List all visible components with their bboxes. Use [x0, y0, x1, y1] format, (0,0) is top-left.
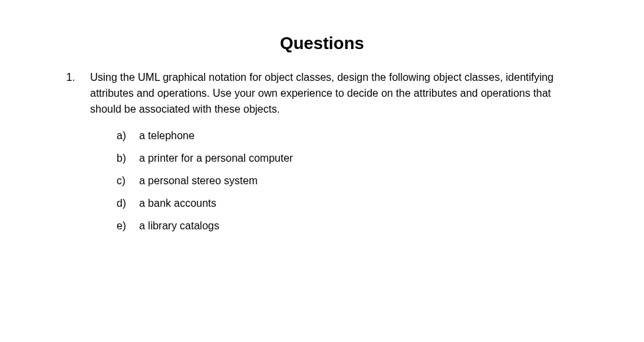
sub-letter: e) — [117, 218, 139, 234]
sub-text: a library catalogs — [139, 218, 578, 234]
list-item: c) a personal stereo system — [117, 173, 578, 189]
question-body: Using the UML graphical notation for obj… — [90, 70, 578, 241]
sub-letter: c) — [117, 173, 139, 189]
sub-text: a telephone — [139, 128, 578, 144]
list-item: a) a telephone — [117, 128, 578, 144]
page-title: Questions — [66, 33, 578, 54]
sub-text: a printer for a personal computer — [139, 150, 578, 166]
sub-letter: b) — [117, 150, 139, 166]
sub-text: a bank accounts — [139, 196, 578, 211]
list-item: e) a library catalogs — [117, 218, 578, 234]
sub-text: a personal stereo system — [139, 173, 578, 189]
sub-letter: d) — [117, 196, 139, 211]
list-item: d) a bank accounts — [117, 196, 578, 211]
sub-list: a) a telephone b) a printer for a person… — [90, 128, 578, 234]
sub-letter: a) — [117, 128, 139, 144]
question-item: 1. Using the UML graphical notation for … — [66, 70, 578, 241]
list-item: b) a printer for a personal computer — [117, 150, 578, 166]
question-prompt: Using the UML graphical notation for obj… — [90, 70, 578, 117]
question-number: 1. — [66, 70, 90, 241]
